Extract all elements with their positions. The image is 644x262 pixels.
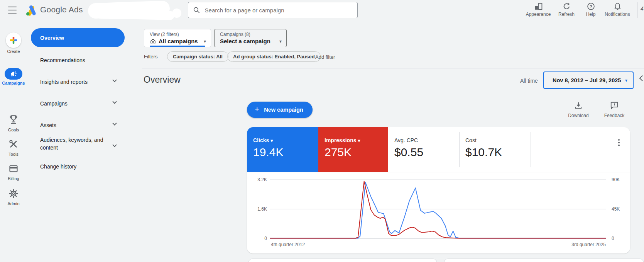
page-title: Overview	[144, 75, 181, 85]
topbar: Google Ads Appearance Refresh ? Help	[0, 0, 644, 20]
metric-label: Cost	[465, 137, 477, 143]
feedback-button[interactable]: Feedback	[599, 101, 630, 118]
metric-card-avg-cpc[interactable]: Avg. CPC $0.55	[388, 127, 459, 172]
notifications-label: Notifications	[600, 12, 635, 17]
google-ads-logo-icon	[25, 4, 38, 17]
billing-icon	[9, 164, 18, 174]
caret-down-icon: ▾	[204, 39, 206, 44]
chevron-down-icon	[112, 121, 117, 125]
search-input[interactable]	[205, 7, 353, 14]
more-options-icon[interactable]	[614, 138, 624, 147]
rail-item-billing[interactable]: Billing	[0, 164, 27, 181]
nav-item-change-history[interactable]: Change history	[40, 163, 76, 170]
nav-item-insights-and-reports[interactable]: Insights and reports	[40, 79, 88, 85]
view-filter-label: View (2 filters)	[150, 32, 179, 37]
active-underline	[150, 46, 205, 47]
next-card-sliver	[444, 259, 644, 262]
right-axis-tick: 90K	[612, 177, 620, 182]
caret-down-icon: ▾	[625, 78, 627, 83]
topbar-divider	[637, 2, 638, 18]
add-filter-button[interactable]: Add filter	[315, 54, 335, 60]
trophy-icon	[9, 114, 18, 125]
rail-item-goals[interactable]: Goals	[0, 114, 27, 132]
account-fragment: 4	[641, 5, 644, 12]
refresh-icon	[563, 2, 571, 10]
nav-item-assets[interactable]: Assets	[40, 122, 56, 128]
filters-label: Filters	[144, 54, 157, 60]
metric-label: Clicks ▾	[253, 137, 273, 143]
campaign-select-label: Campaigns (8)	[220, 32, 250, 37]
download-icon	[574, 101, 583, 110]
product-name: Google Ads	[40, 5, 83, 14]
divider	[247, 172, 630, 172]
appearance-label: Appearance	[521, 12, 556, 17]
help-button[interactable]: ? Help	[582, 2, 600, 17]
left-rail: Create Campaigns Goals	[0, 20, 27, 262]
rail-label-billing: Billing	[0, 176, 27, 181]
date-range-value: Nov 8, 2012 – Jul 29, 2025	[553, 77, 621, 83]
rail-item-tools[interactable]: Tools	[0, 139, 27, 157]
divider	[459, 132, 460, 167]
campaign-select-value: Select a campaign	[220, 38, 270, 44]
campaign-select-dropdown[interactable]: Campaigns (8) Select a campaign ▾	[214, 29, 287, 47]
rail-label-create: Create	[0, 49, 27, 54]
view-filter-dropdown[interactable]: View (2 filters) All campaigns ▾	[144, 29, 211, 47]
appearance-icon	[534, 2, 543, 10]
metric-card-impressions[interactable]: Impressions ▾ 275K	[318, 127, 388, 172]
nav-item-campaigns[interactable]: Campaigns	[40, 100, 68, 107]
metric-card-clicks[interactable]: Clicks ▾ 19.4K	[247, 127, 318, 172]
nav-item-overview[interactable]: Overview	[31, 28, 125, 47]
chevron-down-icon	[112, 78, 117, 82]
caret-down-icon: ▾	[279, 39, 282, 44]
new-campaign-label: New campaign	[264, 107, 303, 113]
x-axis-start-label: 4th quarter 2012	[271, 242, 305, 247]
rail-item-campaigns[interactable]: Campaigns	[0, 68, 27, 85]
redaction-blob	[172, 9, 181, 18]
rail-item-admin[interactable]: Admin	[0, 189, 27, 206]
refresh-label: Refresh	[554, 12, 578, 17]
home-icon	[150, 38, 156, 44]
redaction-blob	[96, 10, 174, 20]
feedback-label: Feedback	[599, 113, 630, 118]
right-axis-tick: 45K	[612, 206, 620, 212]
new-campaign-button[interactable]: + New campaign	[247, 102, 313, 118]
nav-label-overview: Overview	[40, 35, 64, 41]
rail-label-tools: Tools	[0, 152, 27, 157]
filter-chip-campaign-status[interactable]: Campaign status: All	[167, 51, 228, 62]
date-range-picker[interactable]: Nov 8, 2012 – Jul 29, 2025 ▾	[543, 71, 634, 89]
download-button[interactable]: Download	[563, 101, 594, 118]
date-range-preset: All time	[520, 78, 538, 84]
left-axis-tick: 1.6K	[248, 206, 267, 212]
filter-chip-ad-group-status[interactable]: Ad group status: Enabled, Paused	[227, 51, 321, 62]
notifications-button[interactable]: Notifications	[600, 2, 635, 17]
metric-value: $10.7K	[465, 146, 502, 159]
left-axis-tick: 3.2K	[248, 177, 267, 182]
svg-text:?: ?	[589, 4, 592, 9]
search-icon	[193, 6, 200, 14]
metric-label: Impressions ▾	[325, 137, 360, 143]
divider	[142, 68, 644, 69]
plus-multicolor-icon	[9, 36, 18, 45]
refresh-button[interactable]: Refresh	[554, 2, 578, 17]
metric-card-cost[interactable]: Cost $10.7K	[459, 127, 531, 172]
performance-line-chart	[270, 176, 606, 242]
collapse-panel-icon[interactable]	[639, 75, 644, 82]
rail-item-create[interactable]: Create	[0, 32, 27, 54]
divider	[531, 132, 531, 167]
nav-item-recommendations[interactable]: Recommendations	[40, 57, 85, 63]
rail-label-campaigns: Campaigns	[0, 81, 27, 85]
nav-item-audiences-keywords-content[interactable]: Audiences, keywords, and content	[40, 136, 109, 151]
next-card-sliver	[248, 259, 437, 262]
caret-down-icon: ▾	[270, 138, 273, 143]
left-axis-tick: 0	[248, 236, 267, 241]
notifications-icon	[614, 2, 622, 10]
global-search[interactable]	[188, 2, 358, 18]
metric-value: 19.4K	[253, 146, 283, 159]
megaphone-icon	[10, 70, 17, 78]
view-filter-value: All campaigns	[159, 38, 198, 44]
appearance-button[interactable]: Appearance	[521, 2, 556, 17]
menu-icon[interactable]	[8, 7, 17, 14]
rail-label-admin: Admin	[0, 201, 27, 206]
metric-label: Avg. CPC	[394, 137, 418, 143]
chevron-down-icon	[112, 99, 117, 104]
